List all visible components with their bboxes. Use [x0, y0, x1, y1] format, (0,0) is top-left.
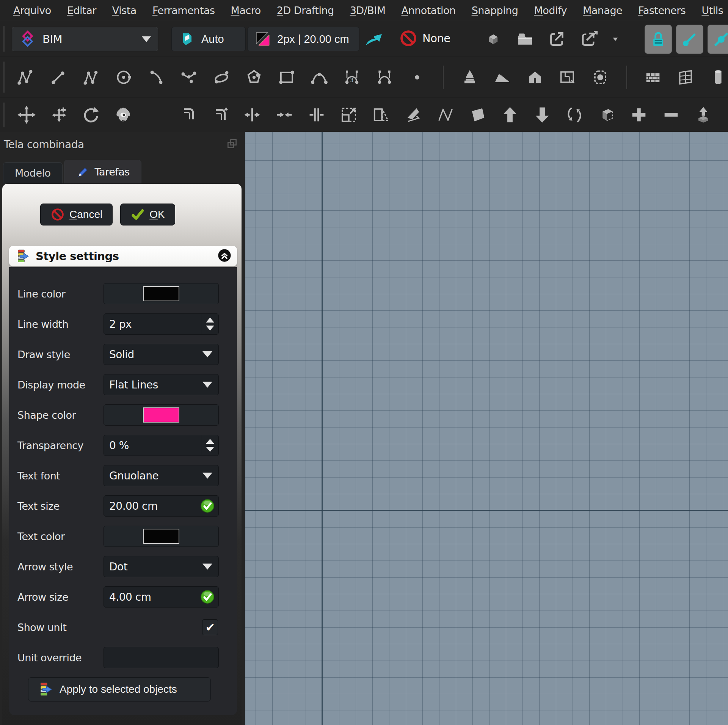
menu-item-manage[interactable]: Manage — [575, 5, 630, 16]
menu-item-3d-bim[interactable]: 3D/BIM — [342, 5, 394, 16]
text-color-button[interactable] — [104, 526, 219, 547]
style-button[interactable]: 2px | 20.00 cm — [247, 27, 359, 51]
tool-site[interactable] — [490, 65, 515, 89]
display-mode-select[interactable]: Flat Lines — [104, 374, 219, 395]
viewport-3d[interactable] — [245, 132, 728, 725]
menu-item-editar[interactable]: Editar — [59, 5, 104, 16]
menu-item-annotation[interactable]: Annotation — [394, 5, 464, 16]
tool-d2s[interactable] — [562, 103, 587, 127]
tool-project[interactable] — [458, 65, 482, 89]
offset2-icon — [210, 105, 230, 125]
toolbar-handle[interactable] — [3, 61, 5, 93]
tool-polygon[interactable] — [242, 65, 266, 89]
snap-snapmid-toggle[interactable] — [708, 25, 728, 54]
spin-down-icon[interactable] — [206, 326, 214, 330]
text-font-select[interactable]: Gnuolane — [104, 465, 219, 486]
menu-item-ferramentas[interactable]: Ferramentas — [144, 5, 223, 16]
apply-style-icon — [37, 681, 53, 698]
tool-space[interactable] — [588, 65, 612, 89]
tool-clone[interactable] — [111, 103, 135, 127]
tool-copymove[interactable] — [47, 103, 71, 127]
tool-building[interactable] — [523, 65, 547, 89]
tab-modelo[interactable]: Modelo — [3, 162, 63, 183]
tool-up[interactable] — [498, 103, 522, 127]
tool-plus[interactable] — [627, 103, 651, 127]
tool-arc3[interactable] — [177, 65, 201, 89]
spin-up-icon[interactable] — [206, 318, 214, 323]
tool-folder[interactable] — [514, 28, 536, 50]
transparency-spinbox[interactable]: 0 % — [104, 435, 219, 456]
tool-curtain[interactable] — [673, 65, 698, 89]
arrow-style-select[interactable]: Dot — [104, 556, 219, 577]
tool-slice[interactable] — [401, 103, 425, 127]
tool-bspline[interactable] — [307, 65, 331, 89]
tool-line[interactable] — [46, 65, 71, 89]
tool-clone2[interactable] — [143, 103, 168, 127]
tool-down[interactable] — [530, 103, 554, 127]
autogroup-none-button[interactable]: None — [399, 29, 450, 48]
tool-trimex[interactable] — [240, 103, 264, 127]
shape-color-button[interactable] — [104, 404, 219, 426]
draw-style-select[interactable]: Solid — [104, 344, 219, 365]
apply-button[interactable]: Apply to selected objects — [28, 677, 211, 702]
tool-sketch[interactable] — [14, 65, 38, 89]
tool-stretch[interactable] — [369, 103, 393, 127]
tool-rotate[interactable] — [79, 103, 103, 127]
ok-button[interactable]: OK — [120, 204, 175, 225]
menu-item-vista[interactable]: Vista — [104, 5, 144, 16]
tool-facebinder[interactable] — [466, 103, 490, 127]
unit-override-input[interactable] — [104, 647, 219, 668]
tool-offset2[interactable] — [208, 103, 232, 127]
cancel-button[interactable]: Cancel — [40, 204, 113, 225]
snap-snapend-toggle[interactable] — [676, 25, 703, 54]
toolbar-handle[interactable] — [3, 102, 5, 127]
tool-arc[interactable] — [144, 65, 168, 89]
collapse-section-icon[interactable] — [217, 248, 232, 264]
tool-point[interactable] — [405, 65, 429, 89]
snap-lock-toggle[interactable] — [645, 25, 672, 54]
tool-scale[interactable] — [337, 103, 361, 127]
tool-split[interactable] — [304, 103, 329, 127]
tool-join[interactable] — [272, 103, 297, 127]
menu-item-modify[interactable]: Modify — [526, 5, 574, 16]
show-unit-checkbox[interactable]: ✔ — [202, 619, 218, 635]
tool-wall[interactable] — [641, 65, 665, 89]
float-panel-icon[interactable] — [226, 137, 238, 152]
snap-toggle-icon[interactable] — [362, 29, 385, 50]
tool-bezier3[interactable] — [340, 65, 364, 89]
tool-blocks[interactable] — [482, 28, 504, 50]
tool-wire[interactable] — [433, 103, 458, 127]
line-color-button[interactable] — [104, 283, 219, 304]
tool-caret[interactable] — [610, 33, 621, 45]
text-size-input[interactable]: 20.00 cm — [104, 495, 219, 517]
menu-item-2d-drafting[interactable]: 2D Drafting — [269, 5, 342, 16]
tool-column[interactable] — [706, 65, 728, 89]
tool-minus[interactable] — [659, 103, 683, 127]
tool-exportall[interactable] — [578, 28, 600, 50]
style-settings-header[interactable]: Style settings — [9, 246, 237, 266]
tool-level[interactable] — [555, 65, 580, 89]
menu-item-utils[interactable]: Utils — [693, 5, 728, 16]
menu-item-macro[interactable]: Macro — [223, 5, 269, 16]
tool-polyline[interactable] — [79, 65, 103, 89]
tool-bezier[interactable] — [372, 65, 397, 89]
tool-offset[interactable] — [176, 103, 200, 127]
menu-item-arquivo[interactable]: Arquivo — [5, 5, 59, 16]
working-plane-button[interactable]: Auto — [171, 27, 246, 51]
toolbar-handle[interactable] — [3, 26, 5, 52]
spin-up-icon[interactable] — [206, 439, 214, 444]
menu-item-snapping[interactable]: Snapping — [464, 5, 526, 16]
tab-tarefas[interactable]: Tarefas — [64, 160, 141, 183]
tool-extrude[interactable] — [691, 103, 715, 127]
line-width-spinbox[interactable]: 2 px — [104, 313, 219, 335]
tool-ellipse[interactable] — [209, 65, 234, 89]
menu-item-fasteners[interactable]: Fasteners — [630, 5, 693, 16]
spin-down-icon[interactable] — [206, 447, 214, 452]
workbench-selector[interactable]: BIM — [12, 27, 158, 51]
tool-export[interactable] — [546, 28, 568, 50]
arrow-size-input[interactable]: 4.00 cm — [104, 586, 219, 608]
tool-move[interactable] — [14, 103, 39, 127]
tool-circle[interactable] — [111, 65, 136, 89]
tool-s2v[interactable] — [595, 103, 619, 127]
tool-rect[interactable] — [275, 65, 299, 89]
